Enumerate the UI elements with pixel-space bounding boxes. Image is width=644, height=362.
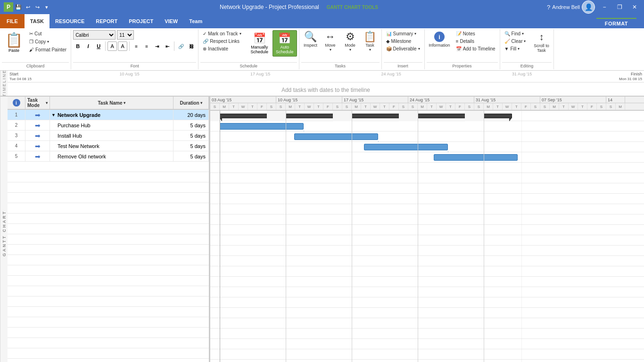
gantt-day: M [616,103,625,110]
clear-button[interactable]: 🧹 Clear ▾ [502,38,528,45]
gantt-day: M [550,103,559,110]
vertical-gridline [418,111,418,362]
auto-schedule-button[interactable]: 📅 Auto Schedule [272,30,297,57]
td-row-num: 2 [8,120,25,130]
information-button[interactable]: i Information [427,30,453,49]
font-color-button[interactable]: A [118,41,127,51]
gantt-day: S [267,103,276,110]
insert-group: 📊 Summary ▾ ◆ Milestone 📦 Deliverable ▾ … [382,29,425,69]
copy-button[interactable]: ❐ Copy ▾ [27,38,69,45]
outdent-button[interactable]: ⇤ [163,41,172,51]
mark-on-track-button[interactable]: ✓ Mark on Track ▾ [200,30,243,37]
details-button[interactable]: ≡ Details [454,38,498,45]
close-button[interactable]: ✕ [627,2,642,12]
font-name-select[interactable]: Calibri [73,30,116,40]
inactivate-button[interactable]: ⊗ Inactivate [200,45,243,52]
tasks-group: 🔍 Inspect ↔ Move ▾ ⚙ Mode ▾ 📋 Task ▾ Tas… [299,29,382,69]
td-duration: 5 days [173,131,209,140]
table-row-empty [8,359,209,362]
link-button[interactable]: 🔗 [176,41,186,51]
align-left-button[interactable]: ≡ [132,41,141,51]
task-button[interactable]: 📋 Task ▾ [361,30,380,53]
vertical-gridline [484,111,484,362]
tab-resource[interactable]: RESOURCE [50,14,90,28]
gantt-day: F [389,103,399,110]
table-row-empty [8,172,209,182]
cut-button[interactable]: ✂ Cut [27,30,69,37]
gantt-row-empty [210,256,644,266]
help-button[interactable]: ? [545,4,552,11]
notes-button[interactable]: 📝 Notes [454,30,498,37]
save-button[interactable]: 💾 [14,3,23,11]
tab-project[interactable]: PROJECT [123,14,159,28]
italic-button[interactable]: I [83,41,93,51]
table-row-empty [8,276,209,286]
mode-button[interactable]: ⚙ Mode ▾ [341,30,360,53]
font-size-select[interactable]: 11 [117,30,134,40]
gantt-chart-area: 03 Aug '15 10 Aug '15 17 Aug '15 24 Aug … [210,97,644,362]
unlink-button[interactable]: ⛓ [187,41,196,51]
timeline-finish-area: Finish Mon 31 08 15 [587,72,644,81]
table-row[interactable]: 5 ➡ Remove Old network 5 days [8,151,209,162]
milestone-button[interactable]: ◆ Milestone [384,38,414,45]
gantt-week: 17 Aug '15 [342,97,408,103]
bold-button[interactable]: B [73,41,83,51]
highlight-color-button[interactable]: A [107,41,117,51]
minimize-button[interactable]: − [597,2,612,12]
table-header: i Task Mode ▾ Task Name ▾ Duration ▾ [8,97,209,110]
tab-format[interactable]: FORMAT [600,20,633,27]
gantt-day: F [521,103,531,110]
td-mode: ➡ [25,110,50,120]
align-center-button[interactable]: ≡ [142,41,151,51]
restore-button[interactable]: ❐ [612,2,627,12]
th-task-mode[interactable]: Task Mode ▾ [25,97,50,109]
undo-button[interactable]: ↩ [24,3,32,11]
td-task-name: Install Hub [50,131,173,140]
indent-button[interactable]: ⇥ [152,41,162,51]
gantt-week: 07 Sep '15 [540,97,606,103]
gantt-row: ↓ [210,142,644,152]
schedule-group: ✓ Mark on Track ▾ 🔗 Respect Links ⊗ Inac… [198,29,299,69]
fill-button[interactable]: ▼ Fill ▾ [502,45,528,52]
user-avatar[interactable]: 👤 [582,0,595,14]
gantt-day: M [418,103,427,110]
move-button[interactable]: ↔ Move ▾ [321,30,340,53]
th-info[interactable]: i [8,97,25,109]
format-painter-button[interactable]: 🖌 Format Painter [27,46,69,53]
scroll-to-task-button[interactable]: ↕ Scroll to Task [531,30,552,54]
underline-button[interactable]: U [94,41,103,51]
table-row[interactable]: 1 ➡ ▼ Network Upgrade 20 days [8,110,209,120]
tab-file[interactable]: FILE [0,14,25,28]
gantt-row-empty [210,287,644,297]
gantt-area: GANTT CHART i Task Mode ▾ Task Name ▾ Du… [0,97,644,362]
task-mode-icon: ➡ [35,111,41,119]
timeline-label: TIMELINE [0,71,8,96]
app-icon: P [4,2,13,12]
summary-button[interactable]: 📊 Summary ▾ [384,30,419,37]
deliverable-button[interactable]: 📦 Deliverable ▾ [384,45,422,52]
table-row[interactable]: 4 ➡ Test New Network 5 days [8,141,209,151]
gantt-day: T [512,103,521,110]
respect-links-button[interactable]: 🔗 Respect Links [200,38,243,45]
manually-schedule-button[interactable]: 📅 Manually Schedule [248,30,272,57]
th-duration[interactable]: Duration ▾ [173,97,209,109]
tab-view[interactable]: VIEW [159,14,183,28]
table-row-empty [8,214,209,224]
inspect-button[interactable]: 🔍 Inspect [301,30,320,49]
find-button[interactable]: 🔍 Find ▾ [502,30,528,37]
redo-button[interactable]: ↪ [33,3,41,11]
user-area: Andrew Bell 👤 [552,0,597,14]
table-row[interactable]: 3 ➡ Install Hub 5 days [8,131,209,141]
gantt-day: S [333,103,342,110]
tab-team[interactable]: Team [183,14,208,28]
add-to-timeline-button[interactable]: 📅 Add to Timeline [454,45,498,52]
qat-dropdown-button[interactable]: ▾ [42,3,51,11]
gantt-weekend-shade [276,111,286,121]
tab-task[interactable]: TASK [25,14,50,28]
tab-report[interactable]: REPORT [90,14,123,28]
th-task-name[interactable]: Task Name ▾ [50,97,173,109]
td-mode: ➡ [25,131,50,140]
table-row-empty [8,286,209,296]
table-row[interactable]: 2 ➡ Purchase Hub 5 days [8,120,209,131]
paste-button[interactable]: 📋 Paste [2,30,26,54]
